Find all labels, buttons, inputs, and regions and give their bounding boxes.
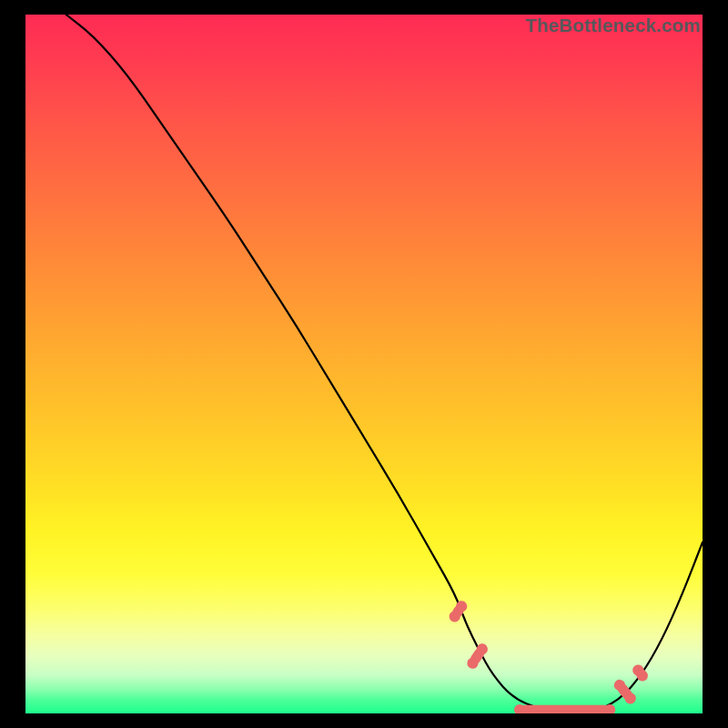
optimal-range-markers <box>447 599 650 713</box>
watermark-text: TheBottleneck.com <box>526 15 702 36</box>
chart-plot-area: TheBottleneck.com <box>25 15 703 713</box>
marker-flat-zone <box>514 704 615 713</box>
chart-overlay-svg <box>25 15 703 713</box>
bottleneck-curve <box>66 15 703 712</box>
svg-rect-6 <box>520 705 610 713</box>
